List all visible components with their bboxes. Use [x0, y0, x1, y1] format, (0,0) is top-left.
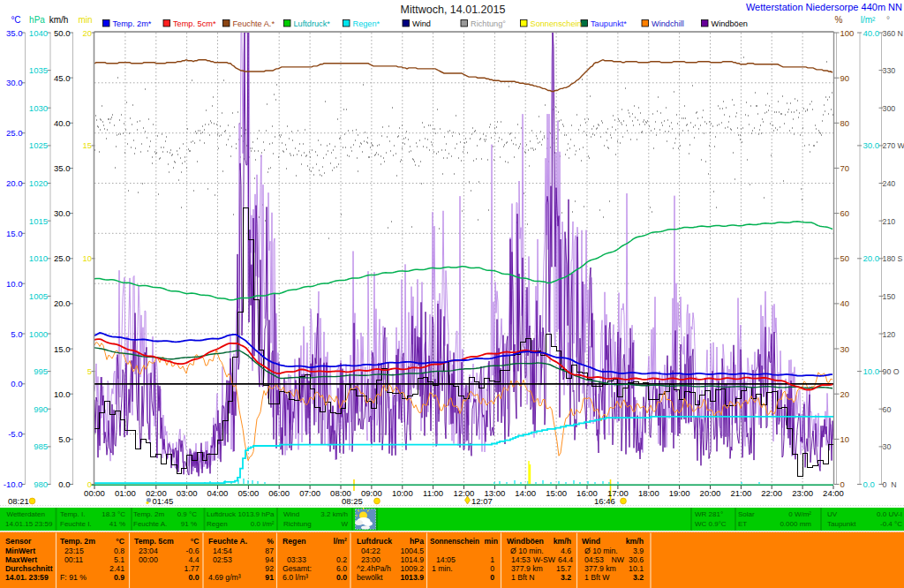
svg-text:Temp. I.: Temp. I. — [60, 510, 85, 518]
svg-text:1020: 1020 — [29, 178, 48, 188]
svg-text:Temp. 5cm*: Temp. 5cm* — [173, 19, 216, 28]
svg-text:377.9 km: 377.9 km — [584, 564, 616, 573]
svg-text:20: 20 — [82, 28, 92, 38]
svg-text:5.0: 5.0 — [11, 329, 22, 339]
svg-text:150: 150 — [883, 292, 896, 301]
svg-text:F: 91 %: F: 91 % — [60, 573, 87, 582]
svg-text:WR 281°: WR 281° — [695, 510, 723, 518]
svg-text:min: min — [485, 537, 498, 546]
svg-text:30.0: 30.0 — [54, 208, 71, 218]
svg-text:04:22: 04:22 — [361, 547, 380, 555]
svg-text:02:53: 02:53 — [213, 555, 232, 564]
svg-text:50: 50 — [840, 253, 850, 263]
svg-text:14.01.15 23:59: 14.01.15 23:59 — [5, 520, 53, 528]
svg-text:km/h: km/h — [626, 537, 644, 546]
svg-text:1013.9 hPa: 1013.9 hPa — [238, 510, 275, 518]
svg-text:-10.0: -10.0 — [4, 479, 23, 489]
svg-text:-0.6: -0.6 — [186, 547, 200, 555]
svg-text:240: 240 — [883, 179, 896, 188]
svg-text:Gesamt:: Gesamt: — [282, 564, 312, 573]
svg-text:30: 30 — [883, 442, 892, 451]
svg-text:08:21: 08:21 — [8, 496, 29, 506]
svg-text:300: 300 — [883, 104, 896, 113]
svg-text:Ø 10 min.: Ø 10 min. — [584, 547, 618, 555]
svg-text:Feuchte A.: Feuchte A. — [208, 537, 247, 546]
svg-text:30.0: 30.0 — [863, 140, 880, 150]
svg-text:Feuchte I.: Feuchte I. — [60, 520, 92, 528]
svg-text:0.9: 0.9 — [114, 573, 124, 582]
svg-text:3.2 km/h: 3.2 km/h — [320, 510, 348, 518]
svg-text:20:00: 20:00 — [700, 488, 721, 498]
svg-text:0.0 l/m²: 0.0 l/m² — [251, 520, 275, 528]
svg-text:20.0: 20.0 — [6, 178, 23, 188]
svg-text:Temp. 2m: Temp. 2m — [60, 537, 95, 546]
svg-text:Richtung°: Richtung° — [471, 19, 506, 28]
svg-text:20.0: 20.0 — [54, 298, 71, 308]
svg-text:270 W: 270 W — [883, 141, 904, 150]
svg-text:Feuchte A.*: Feuchte A.* — [233, 19, 275, 28]
svg-text:^2.4hPa/h: ^2.4hPa/h — [357, 564, 391, 573]
svg-text:12:07: 12:07 — [471, 496, 493, 506]
svg-text:Windböen: Windböen — [712, 19, 748, 28]
svg-text:23:04: 23:04 — [139, 547, 158, 555]
svg-text:90 O: 90 O — [883, 367, 900, 376]
svg-text:Regen: Regen — [282, 537, 306, 546]
svg-text:1013.9: 1013.9 — [400, 573, 424, 582]
svg-text:1010: 1010 — [29, 253, 48, 263]
svg-text:3.9: 3.9 — [633, 547, 644, 555]
svg-text:64.4: 64.4 — [558, 555, 573, 564]
svg-text:km/h: km/h — [49, 15, 69, 25]
svg-text:min: min — [78, 15, 92, 25]
svg-text:°: ° — [886, 15, 890, 25]
svg-text:20: 20 — [840, 389, 850, 399]
svg-text:Luftdruck: Luftdruck — [207, 510, 237, 518]
svg-text:ET: ET — [738, 520, 747, 528]
svg-text:03:33: 03:33 — [287, 555, 306, 564]
svg-text:00:00: 00:00 — [139, 555, 158, 564]
svg-text:94: 94 — [265, 555, 274, 564]
svg-text:15.0: 15.0 — [6, 229, 23, 238]
svg-text:Windböen: Windböen — [507, 537, 544, 546]
svg-text:41 %: 41 % — [109, 520, 125, 528]
svg-text:5.1: 5.1 — [114, 555, 124, 564]
svg-text:1035: 1035 — [29, 65, 48, 75]
svg-text:1 Bft W: 1 Bft W — [584, 573, 610, 582]
svg-text:0.0: 0.0 — [188, 573, 199, 582]
svg-text:1004.5: 1004.5 — [400, 547, 424, 555]
svg-text:40.0: 40.0 — [54, 118, 71, 128]
svg-text:1005: 1005 — [29, 291, 48, 301]
svg-text:4.6: 4.6 — [561, 547, 571, 555]
svg-text:UV: UV — [827, 510, 838, 518]
svg-text:25.0: 25.0 — [54, 253, 71, 263]
svg-text:30.6: 30.6 — [629, 555, 644, 564]
svg-text:Wetterdaten: Wetterdaten — [7, 510, 45, 518]
svg-text:23:00: 23:00 — [792, 488, 813, 498]
svg-text:10.0: 10.0 — [863, 366, 880, 376]
svg-text:Richtung: Richtung — [283, 520, 312, 528]
svg-text:bewölkt: bewölkt — [357, 573, 383, 582]
svg-text:MaxWert: MaxWert — [5, 555, 37, 564]
svg-text:210: 210 — [883, 217, 896, 226]
svg-text:00:00: 00:00 — [84, 488, 105, 498]
svg-text:23:00: 23:00 — [361, 555, 380, 564]
svg-text:1000: 1000 — [29, 329, 48, 339]
svg-text:1014.9: 1014.9 — [400, 555, 424, 564]
svg-text:10.0: 10.0 — [6, 279, 23, 289]
svg-text:l/m²: l/m² — [334, 537, 348, 546]
svg-text:0.0: 0.0 — [58, 479, 70, 489]
svg-text:0 W/m²: 0 W/m² — [788, 510, 811, 518]
svg-text:15.0: 15.0 — [54, 344, 71, 354]
svg-text:1009.2: 1009.2 — [400, 564, 424, 573]
svg-text:10: 10 — [82, 253, 92, 263]
svg-text:Luftdruck: Luftdruck — [357, 537, 392, 546]
svg-text:40: 40 — [840, 298, 850, 308]
svg-text:4.4: 4.4 — [188, 555, 199, 564]
svg-text:16:46: 16:46 — [594, 496, 615, 506]
svg-text:Taupunkt: Taupunkt — [827, 520, 856, 528]
svg-text:%: % — [267, 537, 274, 546]
svg-text:W: W — [341, 520, 348, 528]
svg-text:45.0: 45.0 — [54, 73, 71, 83]
svg-text:92: 92 — [265, 564, 274, 573]
svg-text:1025: 1025 — [29, 140, 48, 150]
svg-text:100: 100 — [840, 28, 855, 38]
